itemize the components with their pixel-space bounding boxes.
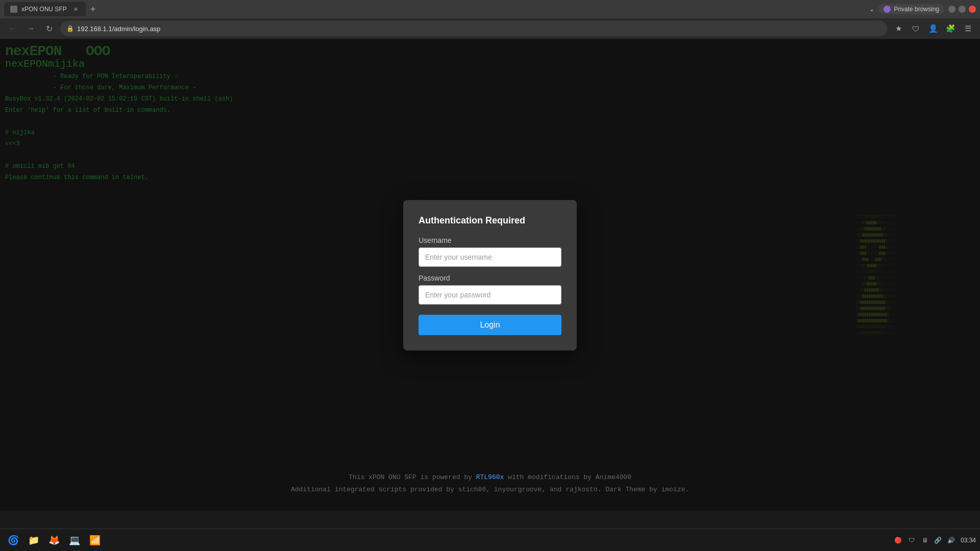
close-button[interactable] xyxy=(969,6,976,13)
taskbar: 🌀 📁 🦊 💻 📶 🔴 🛡 🖥 🔗 🔊 03:34 xyxy=(0,529,980,551)
system-tray: 🔴 🛡 🖥 🔗 🔊 xyxy=(893,535,957,545)
password-input[interactable] xyxy=(419,285,561,305)
login-dialog: Authentication Required Username Passwor… xyxy=(403,200,577,350)
system-clock: 03:34 xyxy=(961,537,976,544)
bookmark-icon[interactable]: ★ xyxy=(891,21,905,36)
tab-favicon xyxy=(10,6,17,13)
taskbar-terminal-icon[interactable]: 💻 xyxy=(65,531,84,549)
tray-security-icon[interactable]: 🛡 xyxy=(906,535,917,545)
new-tab-button[interactable]: + xyxy=(86,2,100,16)
password-group: Password xyxy=(419,274,561,305)
username-input[interactable] xyxy=(419,247,561,267)
tray-display-icon[interactable]: 🖥 xyxy=(920,535,930,545)
url-text: 192.168.1.1/admin/login.asp xyxy=(77,25,160,33)
tab-list-icon[interactable]: ⌄ xyxy=(869,6,874,13)
page-content: nexEPON OOO nexEPONmijika - Ready for PO… xyxy=(0,39,980,511)
footer-line1: This xPON ONU SFP is powered by RTL960x … xyxy=(0,471,980,483)
tray-network-icon[interactable]: 🔗 xyxy=(933,535,943,545)
tray-vpn-icon[interactable]: 🔴 xyxy=(893,535,903,545)
private-icon xyxy=(884,6,891,13)
security-icon: 🔒 xyxy=(66,25,74,32)
password-label: Password xyxy=(419,274,561,282)
tray-volume-icon[interactable]: 🔊 xyxy=(946,535,957,545)
username-group: Username xyxy=(419,236,561,267)
username-label: Username xyxy=(419,236,561,244)
tab-right-controls: ⌄ Private browsing xyxy=(869,4,976,14)
rtl960x-link[interactable]: RTL960x xyxy=(476,473,504,481)
dialog-title: Authentication Required xyxy=(419,215,561,226)
active-tab[interactable]: xPON ONU SFP ✕ xyxy=(4,2,86,16)
private-browsing-badge: Private browsing xyxy=(878,4,944,14)
footer: This xPON ONU SFP is powered by RTL960x … xyxy=(0,471,980,495)
maximize-button[interactable] xyxy=(959,6,966,13)
extensions-icon[interactable]: 🧩 xyxy=(943,21,958,36)
login-overlay: Authentication Required Username Passwor… xyxy=(0,39,980,511)
shield-icon[interactable]: 🛡 xyxy=(909,21,923,36)
taskbar-files-icon[interactable]: 📁 xyxy=(24,531,43,549)
nav-bar: ← → ↻ 🔒 192.168.1.1/admin/login.asp ★ 🛡 … xyxy=(0,18,980,39)
profile-icon[interactable]: 👤 xyxy=(926,21,940,36)
private-label: Private browsing xyxy=(894,6,939,13)
window-controls xyxy=(948,6,976,13)
address-bar[interactable]: 🔒 192.168.1.1/admin/login.asp xyxy=(60,21,887,36)
login-button[interactable]: Login xyxy=(419,315,561,335)
nav-right-icons: ★ 🛡 👤 🧩 ☰ xyxy=(891,21,975,36)
taskbar-browser-icon[interactable]: 🦊 xyxy=(45,531,63,549)
refresh-button[interactable]: ↻ xyxy=(42,21,56,36)
tab-bar: xPON ONU SFP ✕ + ⌄ Private browsing xyxy=(0,0,980,18)
browser-chrome: xPON ONU SFP ✕ + ⌄ Private browsing ← → … xyxy=(0,0,980,39)
minimize-button[interactable] xyxy=(948,6,955,13)
taskbar-right: 🔴 🛡 🖥 🔗 🔊 03:34 xyxy=(893,535,976,545)
taskbar-wifi-icon[interactable]: 📶 xyxy=(86,531,104,549)
back-button[interactable]: ← xyxy=(5,21,19,36)
footer-suffix: with modifications by Anime4000 xyxy=(504,473,631,481)
footer-prefix: This xPON ONU SFP is powered by xyxy=(349,473,476,481)
forward-button[interactable]: → xyxy=(23,21,38,36)
tab-close-button[interactable]: ✕ xyxy=(71,5,80,13)
footer-line2: Additional integrated scripts provided b… xyxy=(0,484,980,495)
taskbar-start-button[interactable]: 🌀 xyxy=(4,531,22,549)
menu-icon[interactable]: ☰ xyxy=(961,21,975,36)
tab-title: xPON ONU SFP xyxy=(21,6,67,13)
